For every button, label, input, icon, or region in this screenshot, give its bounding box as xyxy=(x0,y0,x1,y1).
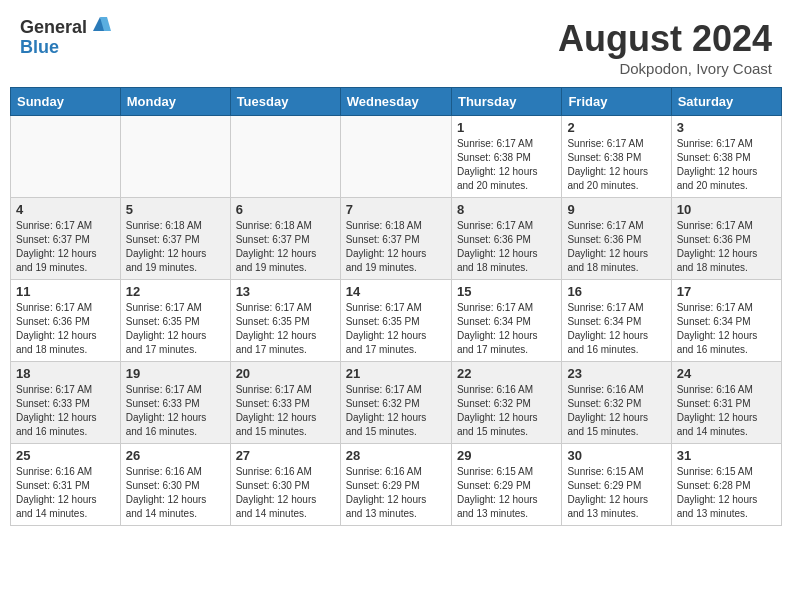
calendar-day-cell: 28Sunrise: 6:16 AM Sunset: 6:29 PM Dayli… xyxy=(340,444,451,526)
day-number: 16 xyxy=(567,284,665,299)
page-header: General Blue August 2024 Dokpodon, Ivory… xyxy=(10,10,782,82)
day-number: 3 xyxy=(677,120,776,135)
calendar-day-cell: 17Sunrise: 6:17 AM Sunset: 6:34 PM Dayli… xyxy=(671,280,781,362)
day-of-week-header: Monday xyxy=(120,88,230,116)
day-of-week-header: Saturday xyxy=(671,88,781,116)
day-info: Sunrise: 6:17 AM Sunset: 6:36 PM Dayligh… xyxy=(567,219,665,275)
calendar-day-cell xyxy=(120,116,230,198)
day-number: 31 xyxy=(677,448,776,463)
day-number: 20 xyxy=(236,366,335,381)
day-info: Sunrise: 6:16 AM Sunset: 6:32 PM Dayligh… xyxy=(457,383,556,439)
calendar-day-cell: 20Sunrise: 6:17 AM Sunset: 6:33 PM Dayli… xyxy=(230,362,340,444)
calendar-day-cell xyxy=(230,116,340,198)
day-number: 2 xyxy=(567,120,665,135)
day-number: 27 xyxy=(236,448,335,463)
logo-blue-text: Blue xyxy=(20,38,111,58)
calendar-day-cell: 8Sunrise: 6:17 AM Sunset: 6:36 PM Daylig… xyxy=(451,198,561,280)
day-number: 1 xyxy=(457,120,556,135)
calendar-day-cell xyxy=(340,116,451,198)
day-number: 18 xyxy=(16,366,115,381)
calendar-day-cell: 16Sunrise: 6:17 AM Sunset: 6:34 PM Dayli… xyxy=(562,280,671,362)
calendar-day-cell: 21Sunrise: 6:17 AM Sunset: 6:32 PM Dayli… xyxy=(340,362,451,444)
day-info: Sunrise: 6:17 AM Sunset: 6:33 PM Dayligh… xyxy=(16,383,115,439)
calendar-day-cell: 4Sunrise: 6:17 AM Sunset: 6:37 PM Daylig… xyxy=(11,198,121,280)
day-of-week-header: Sunday xyxy=(11,88,121,116)
day-number: 6 xyxy=(236,202,335,217)
day-number: 21 xyxy=(346,366,446,381)
day-info: Sunrise: 6:17 AM Sunset: 6:36 PM Dayligh… xyxy=(457,219,556,275)
calendar-day-cell: 13Sunrise: 6:17 AM Sunset: 6:35 PM Dayli… xyxy=(230,280,340,362)
day-of-week-header: Thursday xyxy=(451,88,561,116)
calendar-day-cell: 18Sunrise: 6:17 AM Sunset: 6:33 PM Dayli… xyxy=(11,362,121,444)
calendar-week-row: 4Sunrise: 6:17 AM Sunset: 6:37 PM Daylig… xyxy=(11,198,782,280)
day-number: 17 xyxy=(677,284,776,299)
day-number: 24 xyxy=(677,366,776,381)
day-info: Sunrise: 6:17 AM Sunset: 6:38 PM Dayligh… xyxy=(677,137,776,193)
day-info: Sunrise: 6:18 AM Sunset: 6:37 PM Dayligh… xyxy=(236,219,335,275)
day-info: Sunrise: 6:15 AM Sunset: 6:29 PM Dayligh… xyxy=(457,465,556,521)
calendar-day-cell: 14Sunrise: 6:17 AM Sunset: 6:35 PM Dayli… xyxy=(340,280,451,362)
calendar-day-cell: 31Sunrise: 6:15 AM Sunset: 6:28 PM Dayli… xyxy=(671,444,781,526)
day-number: 5 xyxy=(126,202,225,217)
title-area: August 2024 Dokpodon, Ivory Coast xyxy=(558,18,772,77)
logo-icon xyxy=(89,13,111,35)
day-number: 25 xyxy=(16,448,115,463)
day-info: Sunrise: 6:18 AM Sunset: 6:37 PM Dayligh… xyxy=(346,219,446,275)
day-info: Sunrise: 6:17 AM Sunset: 6:34 PM Dayligh… xyxy=(677,301,776,357)
day-info: Sunrise: 6:16 AM Sunset: 6:31 PM Dayligh… xyxy=(677,383,776,439)
calendar-week-row: 18Sunrise: 6:17 AM Sunset: 6:33 PM Dayli… xyxy=(11,362,782,444)
day-info: Sunrise: 6:16 AM Sunset: 6:32 PM Dayligh… xyxy=(567,383,665,439)
day-info: Sunrise: 6:18 AM Sunset: 6:37 PM Dayligh… xyxy=(126,219,225,275)
day-info: Sunrise: 6:17 AM Sunset: 6:33 PM Dayligh… xyxy=(236,383,335,439)
day-info: Sunrise: 6:17 AM Sunset: 6:36 PM Dayligh… xyxy=(677,219,776,275)
day-info: Sunrise: 6:15 AM Sunset: 6:28 PM Dayligh… xyxy=(677,465,776,521)
calendar-day-cell: 26Sunrise: 6:16 AM Sunset: 6:30 PM Dayli… xyxy=(120,444,230,526)
day-info: Sunrise: 6:17 AM Sunset: 6:34 PM Dayligh… xyxy=(567,301,665,357)
day-info: Sunrise: 6:16 AM Sunset: 6:30 PM Dayligh… xyxy=(126,465,225,521)
day-number: 22 xyxy=(457,366,556,381)
calendar-day-cell: 25Sunrise: 6:16 AM Sunset: 6:31 PM Dayli… xyxy=(11,444,121,526)
day-of-week-header: Wednesday xyxy=(340,88,451,116)
calendar-day-cell: 22Sunrise: 6:16 AM Sunset: 6:32 PM Dayli… xyxy=(451,362,561,444)
calendar-table: SundayMondayTuesdayWednesdayThursdayFrid… xyxy=(10,87,782,526)
day-number: 8 xyxy=(457,202,556,217)
calendar-day-cell: 30Sunrise: 6:15 AM Sunset: 6:29 PM Dayli… xyxy=(562,444,671,526)
day-number: 30 xyxy=(567,448,665,463)
day-number: 9 xyxy=(567,202,665,217)
day-info: Sunrise: 6:17 AM Sunset: 6:38 PM Dayligh… xyxy=(457,137,556,193)
calendar-day-cell: 27Sunrise: 6:16 AM Sunset: 6:30 PM Dayli… xyxy=(230,444,340,526)
calendar-week-row: 25Sunrise: 6:16 AM Sunset: 6:31 PM Dayli… xyxy=(11,444,782,526)
calendar-day-cell: 3Sunrise: 6:17 AM Sunset: 6:38 PM Daylig… xyxy=(671,116,781,198)
day-number: 10 xyxy=(677,202,776,217)
calendar-day-cell: 12Sunrise: 6:17 AM Sunset: 6:35 PM Dayli… xyxy=(120,280,230,362)
day-number: 12 xyxy=(126,284,225,299)
day-info: Sunrise: 6:15 AM Sunset: 6:29 PM Dayligh… xyxy=(567,465,665,521)
day-info: Sunrise: 6:17 AM Sunset: 6:37 PM Dayligh… xyxy=(16,219,115,275)
calendar-day-cell: 23Sunrise: 6:16 AM Sunset: 6:32 PM Dayli… xyxy=(562,362,671,444)
day-number: 4 xyxy=(16,202,115,217)
calendar-day-cell: 6Sunrise: 6:18 AM Sunset: 6:37 PM Daylig… xyxy=(230,198,340,280)
day-info: Sunrise: 6:17 AM Sunset: 6:33 PM Dayligh… xyxy=(126,383,225,439)
day-info: Sunrise: 6:17 AM Sunset: 6:38 PM Dayligh… xyxy=(567,137,665,193)
calendar-day-cell: 9Sunrise: 6:17 AM Sunset: 6:36 PM Daylig… xyxy=(562,198,671,280)
calendar-day-cell: 24Sunrise: 6:16 AM Sunset: 6:31 PM Dayli… xyxy=(671,362,781,444)
day-number: 14 xyxy=(346,284,446,299)
day-number: 29 xyxy=(457,448,556,463)
calendar-day-cell: 5Sunrise: 6:18 AM Sunset: 6:37 PM Daylig… xyxy=(120,198,230,280)
calendar-day-cell: 15Sunrise: 6:17 AM Sunset: 6:34 PM Dayli… xyxy=(451,280,561,362)
day-info: Sunrise: 6:17 AM Sunset: 6:32 PM Dayligh… xyxy=(346,383,446,439)
calendar-day-cell: 10Sunrise: 6:17 AM Sunset: 6:36 PM Dayli… xyxy=(671,198,781,280)
month-title: August 2024 xyxy=(558,18,772,60)
day-info: Sunrise: 6:16 AM Sunset: 6:31 PM Dayligh… xyxy=(16,465,115,521)
day-number: 19 xyxy=(126,366,225,381)
calendar-header-row: SundayMondayTuesdayWednesdayThursdayFrid… xyxy=(11,88,782,116)
calendar-week-row: 11Sunrise: 6:17 AM Sunset: 6:36 PM Dayli… xyxy=(11,280,782,362)
day-number: 15 xyxy=(457,284,556,299)
day-info: Sunrise: 6:17 AM Sunset: 6:36 PM Dayligh… xyxy=(16,301,115,357)
day-number: 13 xyxy=(236,284,335,299)
day-info: Sunrise: 6:16 AM Sunset: 6:29 PM Dayligh… xyxy=(346,465,446,521)
day-number: 26 xyxy=(126,448,225,463)
calendar-day-cell: 1Sunrise: 6:17 AM Sunset: 6:38 PM Daylig… xyxy=(451,116,561,198)
calendar-day-cell: 11Sunrise: 6:17 AM Sunset: 6:36 PM Dayli… xyxy=(11,280,121,362)
day-info: Sunrise: 6:17 AM Sunset: 6:35 PM Dayligh… xyxy=(236,301,335,357)
